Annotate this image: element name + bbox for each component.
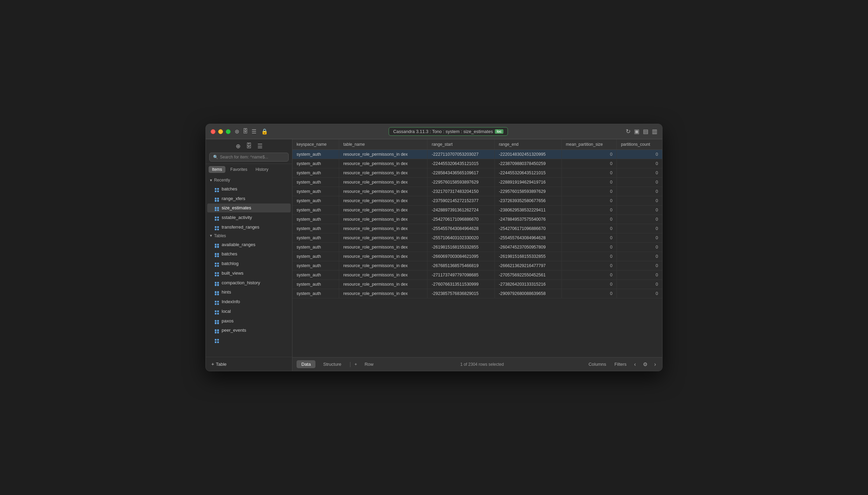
cell-12-3: -2666213629216477797: [494, 261, 561, 271]
tables-section-label: Tables: [214, 233, 226, 238]
cell-14-0: system_auth: [292, 280, 339, 289]
sidebar-item-batchlog[interactable]: batchlog: [207, 259, 291, 268]
grid-icon-batches: [215, 251, 220, 257]
table-row[interactable]: system_authresource_role_permissons_in d…: [292, 289, 662, 298]
cell-14-4: 0: [561, 280, 616, 289]
table-row[interactable]: system_authresource_role_permissons_in d…: [292, 233, 662, 243]
table-row[interactable]: system_authresource_role_permissons_in d…: [292, 243, 662, 252]
table-row[interactable]: system_authresource_role_permissons_in d…: [292, 159, 662, 168]
cell-4-2: -2321707317483204150: [427, 187, 494, 196]
table-row[interactable]: system_authresource_role_permissons_in d…: [292, 252, 662, 261]
cell-8-4: 0: [561, 224, 616, 233]
db-nav-icon[interactable]: 🗄: [246, 143, 252, 150]
cell-13-3: -2705756922550452561: [494, 271, 561, 280]
table-row[interactable]: system_authresource_role_permissons_in d…: [292, 187, 662, 196]
cell-9-5: 0: [617, 233, 662, 243]
sidebar-item-available-ranges[interactable]: available_ranges: [207, 240, 291, 249]
sidebar-item-batches[interactable]: batches: [207, 250, 291, 259]
grid-icon-batchlog: [215, 260, 220, 267]
add-table-label: Table: [216, 362, 226, 367]
sidebar-item-more[interactable]: [207, 335, 291, 344]
bottom-tab-data[interactable]: Data: [297, 360, 315, 368]
prev-page-button[interactable]: ‹: [632, 361, 638, 368]
settings-button[interactable]: ⚙: [641, 361, 649, 368]
search-icon: 🔍: [213, 155, 218, 160]
lock-icon: 🔒: [261, 128, 268, 135]
cell-15-1: resource_role_permissons_in dex: [339, 289, 427, 298]
connection-icon[interactable]: ⊛: [235, 128, 239, 135]
close-button[interactable]: ✕: [211, 129, 215, 134]
table-row[interactable]: system_authresource_role_permissons_in d…: [292, 280, 662, 289]
col-mean-partition-size: mean_partition_size: [561, 139, 616, 150]
sidebar-item-indexinfo[interactable]: IndexInfo: [207, 297, 291, 306]
sidebar-item-range-xfers[interactable]: range_xfers: [207, 194, 291, 203]
cell-6-3: -2380629538532229411: [494, 206, 561, 215]
plugin-icon[interactable]: ⊕: [236, 143, 241, 150]
table-row[interactable]: system_authresource_role_permissons_in d…: [292, 178, 662, 187]
cell-15-5: 0: [617, 289, 662, 298]
cell-9-0: system_auth: [292, 233, 339, 243]
sidebar-item-size-estimates[interactable]: size_estimates: [207, 204, 291, 213]
table-row[interactable]: system_authresource_role_permissons_in d…: [292, 196, 662, 206]
sidebar-item-paxos[interactable]: paxos: [207, 316, 291, 326]
sidebar-item-compaction-history[interactable]: compaction_history: [207, 278, 291, 287]
sql-nav-icon[interactable]: ☰: [257, 143, 263, 150]
cell-7-4: 0: [561, 215, 616, 224]
table-row[interactable]: system_authresource_role_permissons_in d…: [292, 215, 662, 224]
tab-items[interactable]: Items: [209, 166, 225, 173]
tables-arrow-icon: ▼: [209, 234, 213, 238]
cell-3-1: resource_role_permissons_in dex: [339, 178, 427, 187]
sidebar-tabs: Items Favorites History: [206, 164, 292, 175]
table-row[interactable]: system_authresource_role_permissons_in d…: [292, 224, 662, 233]
titlebar-title-area: Cassandra 3.11.3 : Tono : system : size_…: [271, 127, 626, 136]
grid-icon-paxos: [215, 318, 220, 324]
table-row[interactable]: system_authresource_role_permissons_in d…: [292, 261, 662, 271]
grid-icon-built-views: [215, 270, 220, 276]
search-input[interactable]: [220, 155, 285, 160]
tab-history[interactable]: History: [252, 166, 272, 173]
layout-right-icon[interactable]: ▥: [652, 128, 657, 135]
minimize-button[interactable]: –: [218, 129, 223, 134]
add-table-button[interactable]: + Table: [209, 360, 229, 368]
cell-7-2: -2542706171096886670: [427, 215, 494, 224]
search-box[interactable]: 🔍: [209, 153, 289, 162]
table-row[interactable]: system_authresource_role_permissons_in d…: [292, 206, 662, 215]
columns-button[interactable]: Columns: [586, 361, 609, 368]
cell-15-3: -2909792680088639658: [494, 289, 561, 298]
table-row[interactable]: system_authresource_role_permissons_in d…: [292, 168, 662, 178]
recently-section-header[interactable]: ▼ Recently: [206, 176, 292, 184]
database-icon[interactable]: 🗄: [243, 128, 248, 135]
grid-icon-available-ranges: [215, 241, 220, 248]
layout-center-icon[interactable]: ▤: [643, 128, 648, 135]
bottom-tab-row[interactable]: Row: [360, 360, 378, 368]
sidebar-item-sstable-activity[interactable]: sstable_activity: [207, 213, 291, 222]
cell-4-3: -2295760158593897629: [494, 187, 561, 196]
sidebar-item-built-views[interactable]: built_views: [207, 268, 291, 278]
cell-7-0: system_auth: [292, 215, 339, 224]
layout-left-icon[interactable]: ▣: [634, 128, 639, 135]
cell-11-5: 0: [617, 252, 662, 261]
bottom-tab-structure[interactable]: Structure: [318, 360, 346, 368]
table-row[interactable]: system_authresource_role_permissons_in d…: [292, 150, 662, 159]
sidebar-footer: + Table: [206, 357, 292, 371]
tab-favorites[interactable]: Favorites: [227, 166, 251, 173]
cell-1-3: -2238709880378450259: [494, 159, 561, 168]
sql-icon[interactable]: ☰: [252, 128, 256, 135]
filters-button[interactable]: Filters: [612, 361, 629, 368]
cell-11-4: 0: [561, 252, 616, 261]
sidebar-item-batches-recent[interactable]: batches: [207, 184, 291, 194]
tables-section-header[interactable]: ▼ Tables: [206, 232, 292, 240]
sidebar-item-peer-events[interactable]: peer_events: [207, 326, 291, 335]
refresh-icon[interactable]: ↻: [626, 128, 631, 135]
sidebar-item-hints[interactable]: hints: [207, 288, 291, 297]
maximize-button[interactable]: +: [226, 129, 231, 134]
cell-5-5: 0: [617, 196, 662, 206]
data-table-wrapper[interactable]: keyspace_name table_name range_start ran…: [292, 139, 662, 357]
next-page-button[interactable]: ›: [652, 361, 658, 368]
table-row[interactable]: system_authresource_role_permissons_in d…: [292, 271, 662, 280]
sidebar-item-local[interactable]: local: [207, 307, 291, 316]
cell-15-0: system_auth: [292, 289, 339, 298]
sidebar-label-local: local: [222, 309, 231, 314]
sidebar-item-transferred-ranges[interactable]: transferred_ranges: [207, 222, 291, 232]
cell-8-3: -2542706171096886670: [494, 224, 561, 233]
